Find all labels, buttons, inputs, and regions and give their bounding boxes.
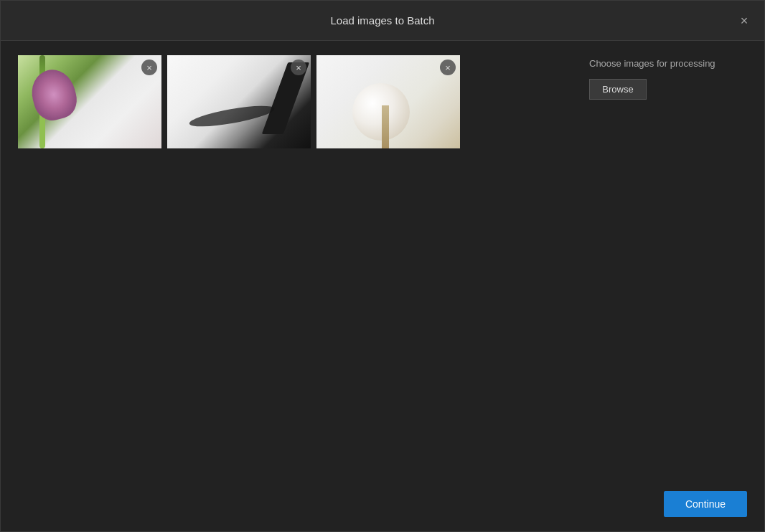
browse-button[interactable]: Browse (589, 79, 647, 100)
images-area: × × × (18, 55, 560, 467)
dialog-title: Load images to Batch (330, 14, 434, 27)
dialog-header: Load images to Batch × (1, 1, 764, 41)
continue-button[interactable]: Continue (664, 491, 747, 517)
remove-image-3-button[interactable]: × (440, 60, 456, 75)
image-thumbnail-2 (167, 55, 311, 148)
image-thumb-wrapper: × (316, 55, 460, 148)
dialog-close-button[interactable]: × (736, 12, 753, 29)
image-thumbnail-1 (18, 55, 161, 148)
images-grid: × × × (18, 55, 560, 148)
right-panel: Choose images for processing Browse (589, 55, 747, 467)
image-thumbnail-3 (316, 55, 460, 148)
image-thumb-wrapper: × (167, 55, 311, 148)
choose-images-label: Choose images for processing (589, 58, 747, 69)
remove-image-1-button[interactable]: × (141, 60, 157, 75)
image-thumb-wrapper: × (18, 55, 161, 148)
load-images-dialog: Load images to Batch × × × × (0, 0, 765, 532)
remove-image-2-button[interactable]: × (291, 60, 306, 75)
dialog-body: × × × Choose images for processing Brows… (1, 41, 764, 481)
dialog-footer: Continue (1, 481, 764, 531)
